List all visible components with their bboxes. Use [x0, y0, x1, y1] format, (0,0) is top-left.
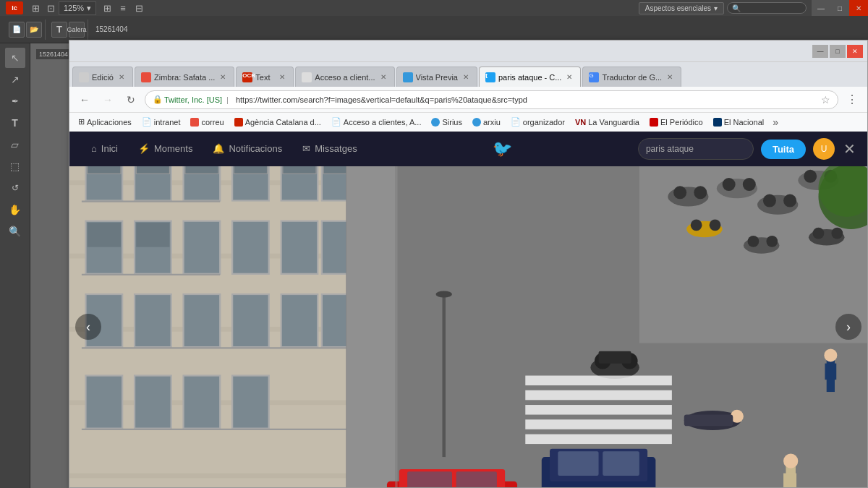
tab-close-vista[interactable]: ✕	[461, 72, 471, 82]
tab-paris-ataque[interactable]: t paris ataque - C... ✕	[479, 67, 581, 87]
forward-btn[interactable]: →	[98, 90, 117, 109]
zoom-control[interactable]: 125% ▾	[59, 1, 96, 15]
svg-rect-7	[69, 474, 362, 479]
bookmark-star-icon[interactable]: ☆	[821, 94, 830, 106]
zoom-tool[interactable]: 🔍	[5, 221, 25, 241]
zoom-dropdown-icon[interactable]: ▾	[87, 4, 91, 13]
bookmark-arxiu[interactable]: arxiu	[468, 116, 505, 128]
app-search-box[interactable]	[727, 2, 807, 14]
open-file-btn[interactable]: 📂	[26, 22, 42, 38]
page-icon-org: 📄	[511, 117, 521, 127]
shape-tool[interactable]: ▱	[5, 134, 25, 155]
image-prev-btn[interactable]: ‹	[75, 314, 101, 340]
hand-tool[interactable]: ✋	[5, 200, 25, 220]
browser-minimize-btn[interactable]: —	[812, 45, 828, 58]
tab-label-vista: Vista Previa	[416, 73, 459, 82]
app-window-controls: — □ ✕	[812, 0, 868, 16]
search-placeholder: paris ataque	[646, 144, 694, 154]
twitter-nav-missatges[interactable]: ✉ Missatges	[292, 132, 367, 166]
tab-favicon-vista	[403, 72, 413, 82]
page-icon-intranet: 📄	[142, 117, 152, 127]
tab-label-edicio: Edició	[92, 73, 114, 82]
twitter-search-bar[interactable]: paris ataque	[638, 138, 754, 160]
app-minimize-btn[interactable]: —	[812, 0, 830, 16]
app-maximize-btn[interactable]: □	[830, 0, 849, 16]
nav-label-missatges: Missatges	[315, 143, 357, 154]
twitter-modal-close-btn[interactable]: ✕	[843, 140, 856, 158]
svg-rect-29	[135, 294, 171, 347]
browser-close-btn[interactable]: ✕	[847, 45, 863, 58]
tab-text[interactable]: OCR Text ✕	[236, 67, 294, 87]
bookmark-elnacional[interactable]: El Nacional	[709, 116, 769, 128]
tab-close-paris[interactable]: ✕	[564, 72, 574, 82]
back-btn[interactable]: ←	[75, 90, 94, 109]
toolbar-layout-icon[interactable]: ⊞	[29, 1, 42, 14]
bookmark-acceso[interactable]: 📄 Acceso a clientes, A...	[327, 116, 426, 128]
tab-close-text[interactable]: ✕	[277, 72, 287, 82]
svg-rect-30	[184, 294, 221, 347]
image-next-btn[interactable]: ›	[835, 314, 861, 340]
left-tools-panel: ↖ ↗ ✒ T ▱ ⬚ ↺ ✋ 🔍	[0, 43, 30, 488]
svg-rect-98	[395, 166, 397, 487]
bookmark-correu[interactable]: correu	[186, 116, 228, 128]
svg-rect-94	[407, 471, 452, 487]
bookmark-intranet[interactable]: 📄 intranet	[137, 116, 185, 128]
svg-rect-89	[558, 451, 598, 476]
text-tool[interactable]: T	[5, 113, 25, 133]
url-bar[interactable]: 🔒 Twitter, Inc. [US] | https://twitter.c…	[145, 90, 838, 109]
frame-tool[interactable]: ⬚	[5, 156, 25, 176]
bookmarks-more-btn[interactable]: »	[770, 116, 781, 128]
reload-btn[interactable]: ↻	[122, 90, 140, 109]
twitter-nav-moments[interactable]: ⚡ Moments	[128, 132, 203, 166]
browser-maximize-btn[interactable]: □	[830, 45, 846, 58]
bookmark-aplicaciones[interactable]: ⊞ Aplicaciones	[74, 116, 136, 128]
view-mode-icon2[interactable]: ≡	[116, 1, 129, 14]
workspace-label[interactable]: Aspectos esenciales ▾	[639, 2, 724, 14]
app-search-input[interactable]	[732, 4, 801, 12]
view-mode-icon3[interactable]: ⊟	[132, 1, 145, 14]
text-tool-btn[interactable]: T	[51, 22, 67, 38]
browser-menu-btn[interactable]: ⋮	[843, 90, 861, 109]
tab-traductor[interactable]: G Traductor de G... ✕	[582, 67, 681, 87]
tab-close-zimbra[interactable]: ✕	[218, 72, 228, 82]
transform-tool[interactable]: ↺	[5, 178, 25, 198]
select-tool[interactable]: ↖	[5, 48, 25, 68]
twitter-avatar[interactable]: U	[813, 138, 835, 160]
twitter-nav-inici[interactable]: ⌂ Inici	[81, 132, 128, 166]
galera-btn[interactable]: Galera	[69, 22, 85, 38]
bookmark-sirius[interactable]: Sirius	[427, 116, 467, 128]
url-text: https://twitter.com/search?f=images&vert…	[236, 95, 817, 104]
svg-rect-35	[135, 376, 171, 429]
tab-close-acceso[interactable]: ✕	[378, 72, 388, 82]
svg-point-97	[435, 291, 452, 297]
app-zoom-area: ⊞ ⊡	[29, 1, 57, 14]
tuit-button[interactable]: Tuita	[761, 140, 806, 159]
bookmark-organizador[interactable]: 📄 organizador	[506, 116, 569, 128]
browser-titlebar: — □ ✕	[69, 40, 867, 62]
svg-rect-34	[86, 376, 123, 429]
bookmark-lavanguardia[interactable]: VN La Vanguardia	[571, 116, 644, 128]
tab-vistaprevia[interactable]: Vista Previa ✕	[396, 67, 478, 87]
pen-tool[interactable]: ✒	[5, 91, 25, 111]
moments-icon: ⚡	[138, 143, 150, 154]
new-doc-btn[interactable]: 📄	[9, 22, 25, 38]
tab-close-edicio[interactable]: ✕	[116, 72, 127, 82]
tab-close-traductor[interactable]: ✕	[665, 72, 675, 82]
workspace-selector[interactable]: Aspectos esenciales ▾	[639, 0, 807, 16]
toolbar-icon2[interactable]: ⊡	[44, 1, 57, 14]
view-mode-icon1[interactable]: ⊞	[101, 1, 114, 14]
svg-rect-25	[232, 221, 269, 274]
tab-zimbra[interactable]: Zimbra: Safata ... ✕	[135, 67, 234, 87]
svg-rect-26	[281, 221, 318, 274]
tab-edicio[interactable]: Edició ✕	[72, 67, 133, 87]
direct-select-tool[interactable]: ↗	[5, 69, 25, 90]
paris-street-image	[69, 166, 867, 487]
bookmark-elperiodico[interactable]: El Periódico	[645, 116, 707, 128]
tab-favicon-edicio	[79, 72, 89, 82]
tab-acceso[interactable]: Acceso a client... ✕	[295, 67, 394, 87]
bookmark-label-org: organizador	[523, 118, 565, 127]
bookmark-agencia[interactable]: Agència Catalana d...	[230, 116, 326, 128]
nav-label-notificacions: Notificacions	[229, 143, 282, 154]
twitter-nav-notificacions[interactable]: 🔔 Notificacions	[203, 132, 292, 166]
app-close-btn[interactable]: ✕	[849, 0, 868, 16]
